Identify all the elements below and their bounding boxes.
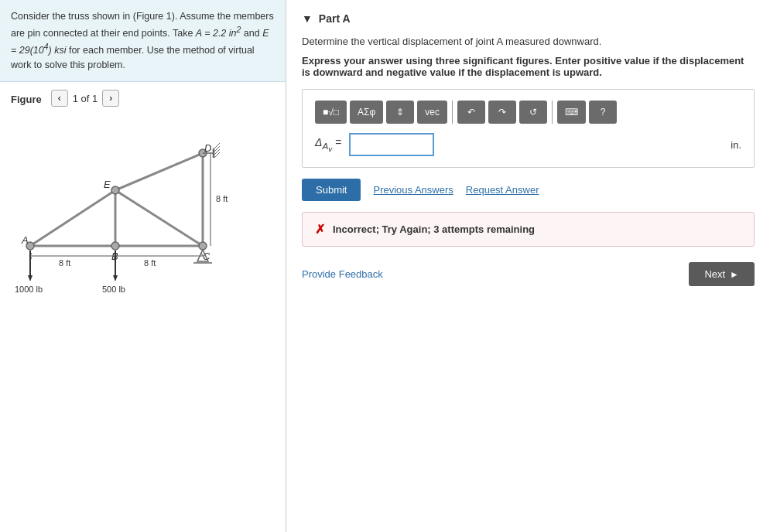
toolbar-redo-button[interactable]: ↷	[488, 101, 516, 124]
svg-line-42	[214, 152, 220, 158]
figure-nav: ‹ 1 of 1 ›	[51, 90, 120, 107]
svg-point-10	[111, 186, 119, 194]
toolbar-sigma-button[interactable]: ΑΣφ	[350, 101, 383, 124]
previous-answers-link[interactable]: Previous Answers	[373, 184, 453, 196]
question-text-1: Determine the vertical displacement of j…	[302, 36, 755, 47]
svg-text:500 lb: 500 lb	[102, 285, 125, 294]
left-panel: Consider the truss shown in (Figure 1). …	[0, 0, 286, 532]
next-button[interactable]: Next ►	[689, 262, 755, 286]
svg-text:E: E	[104, 179, 111, 190]
svg-text:8 ft: 8 ft	[59, 258, 70, 268]
svg-point-8	[111, 242, 119, 250]
svg-line-2	[30, 190, 115, 246]
svg-text:1000 lb: 1000 lb	[15, 285, 43, 294]
part-collapse-arrow[interactable]: ▼	[302, 12, 313, 25]
right-panel: ▼ Part A Determine the vertical displace…	[286, 0, 770, 532]
figure-label: Figure	[11, 94, 42, 105]
svg-line-6	[115, 153, 203, 190]
figure-page-indicator: 1 of 1	[73, 93, 98, 104]
error-message: Incorrect; Try Again; 3 attempts remaini…	[333, 223, 535, 235]
answer-box: ■√□ ΑΣφ ⇕ vec ↶ ↷ ↺ ⌨ ? ΔAv = in.	[302, 89, 755, 168]
svg-text:8 ft: 8 ft	[144, 258, 156, 268]
part-label: Part A	[319, 12, 351, 25]
svg-marker-30	[28, 275, 33, 281]
figure-area: Figure ‹ 1 of 1 ›	[0, 82, 286, 532]
svg-line-40	[214, 146, 220, 152]
submit-button[interactable]: Submit	[302, 179, 361, 201]
toolbar-updown-button[interactable]: ⇕	[386, 101, 414, 124]
svg-text:A: A	[21, 234, 29, 246]
toolbar-help-button[interactable]: ?	[589, 101, 617, 124]
svg-line-41	[214, 149, 220, 155]
bottom-row: Provide Feedback Next ►	[302, 262, 755, 286]
answer-input[interactable]	[349, 133, 434, 156]
svg-marker-33	[113, 275, 118, 281]
toolbar-undo-button[interactable]: ↶	[457, 101, 485, 124]
math-toolbar: ■√□ ΑΣφ ⇕ vec ↶ ↷ ↺ ⌨ ?	[315, 101, 741, 124]
delta-label: ΔAv =	[315, 136, 341, 153]
problem-description: Consider the truss shown in (Figure 1). …	[11, 11, 274, 70]
svg-text:D: D	[204, 142, 211, 154]
next-arrow-icon: ►	[730, 269, 739, 280]
toolbar-refresh-button[interactable]: ↺	[519, 101, 547, 124]
question-text-2: Express your answer using three signific…	[302, 55, 755, 78]
svg-line-3	[115, 190, 203, 246]
input-row: ΔAv = in.	[315, 133, 741, 156]
toolbar-separator	[452, 101, 453, 124]
truss-svg: A B C E D 8 ft 8 ft 8 ft	[11, 113, 282, 298]
error-box: ✗ Incorrect; Try Again; 3 attempts remai…	[302, 212, 755, 247]
toolbar-separator-2	[552, 101, 553, 124]
request-answer-link[interactable]: Request Answer	[466, 184, 539, 196]
toolbar-sqrt-button[interactable]: ■√□	[315, 101, 347, 124]
next-label: Next	[704, 268, 725, 280]
figure-label-row: Figure ‹ 1 of 1 ›	[11, 90, 275, 113]
provide-feedback-link[interactable]: Provide Feedback	[302, 268, 383, 280]
error-icon: ✗	[315, 222, 325, 237]
figure-prev-button[interactable]: ‹	[51, 90, 68, 107]
truss-diagram: A B C E D 8 ft 8 ft 8 ft	[11, 113, 282, 298]
problem-text: Consider the truss shown in (Figure 1). …	[0, 0, 286, 82]
part-header: ▼ Part A	[302, 12, 755, 25]
submit-row: Submit Previous Answers Request Answer	[302, 179, 755, 201]
toolbar-keyboard-button[interactable]: ⌨	[557, 101, 586, 124]
unit-label: in.	[731, 139, 741, 151]
svg-line-39	[214, 143, 220, 148]
toolbar-vec-button[interactable]: vec	[417, 101, 447, 124]
svg-text:8 ft: 8 ft	[216, 194, 228, 203]
figure-next-button[interactable]: ›	[102, 90, 119, 107]
